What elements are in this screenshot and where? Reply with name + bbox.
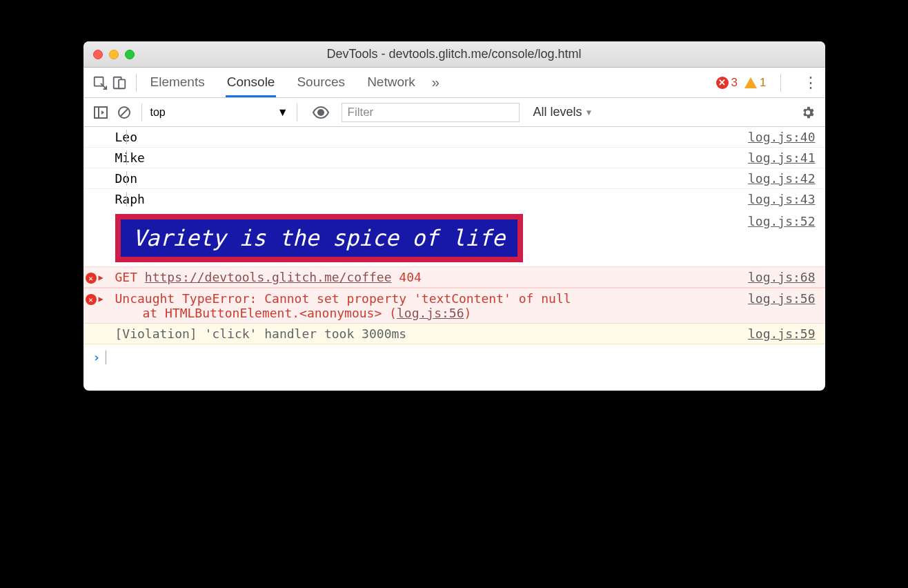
warning-icon [744, 77, 757, 88]
divider [780, 74, 781, 92]
traffic-lights [93, 50, 135, 59]
caret-down-icon: ▼ [277, 106, 288, 119]
context-selector[interactable]: top ▼ [150, 106, 288, 119]
inspect-icon[interactable] [90, 73, 110, 92]
live-expression-icon[interactable] [313, 106, 329, 119]
error-url[interactable]: https://devtools.glitch.me/coffee [145, 270, 392, 284]
styled-log-text: Variety is the spice of life [115, 214, 523, 262]
levels-label: All levels [533, 105, 582, 119]
console-output: Leo log.js:40 Mike log.js:41 Don log.js:… [83, 127, 825, 391]
divider [136, 74, 137, 92]
console-prompt[interactable]: › [83, 344, 825, 370]
stack-link[interactable]: log.js:56 [397, 306, 464, 320]
error-icon: ✕ [716, 77, 729, 89]
source-link[interactable]: log.js:43 [748, 192, 816, 206]
divider [297, 104, 297, 121]
log-group-item[interactable]: Mike log.js:41 [83, 148, 825, 168]
tab-list: Elements Console Sources Network [149, 68, 417, 97]
log-text: Leo [112, 130, 748, 144]
tab-network[interactable]: Network [366, 68, 417, 97]
caret-down-icon: ▼ [585, 108, 593, 117]
clear-console-icon[interactable] [115, 104, 133, 121]
console-toolbar: top ▼ All levels ▼ [83, 98, 825, 127]
expand-icon[interactable]: ▶ [99, 270, 112, 282]
panel-tabs: Elements Console Sources Network » ✕ 3 1… [83, 68, 825, 98]
log-text: Don [112, 171, 748, 186]
expand-icon[interactable]: ▶ [99, 291, 112, 304]
svg-rect-3 [95, 107, 107, 118]
source-link[interactable]: log.js:59 [748, 326, 816, 341]
error-count: 3 [731, 76, 738, 90]
tab-sources[interactable]: Sources [295, 68, 346, 97]
sidebar-toggle-icon[interactable] [92, 104, 110, 121]
close-icon[interactable] [93, 50, 103, 59]
filter-input[interactable] [342, 103, 520, 122]
titlebar: DevTools - devtools.glitch.me/console/lo… [83, 41, 825, 68]
console-input[interactable] [106, 351, 108, 364]
styled-log[interactable]: Variety is the spice of life log.js:52 [83, 210, 825, 266]
settings-gear-icon[interactable] [799, 104, 817, 121]
source-link[interactable]: log.js:56 [748, 291, 816, 306]
svg-point-7 [318, 110, 324, 115]
kebab-menu-icon[interactable]: ⋮ [803, 74, 818, 92]
log-group-item[interactable]: Don log.js:42 [83, 168, 825, 189]
tab-console[interactable]: Console [226, 68, 277, 97]
log-group-item[interactable]: Leo log.js:40 [83, 127, 825, 148]
source-link[interactable]: log.js:41 [748, 150, 816, 165]
exception-log[interactable]: ✕ ▶ Uncaught TypeError: Cannot set prope… [83, 288, 825, 324]
violation-text: [Violation] 'click' handler took 3000ms [112, 326, 748, 341]
source-link[interactable]: log.js:40 [748, 130, 816, 144]
source-link[interactable]: log.js:52 [748, 214, 816, 228]
divider [141, 104, 142, 121]
exception-message: Uncaught TypeError: Cannot set property … [112, 291, 748, 320]
error-icon: ✕ [86, 273, 97, 284]
more-tabs-icon[interactable]: » [432, 75, 440, 90]
prompt-caret-icon: › [93, 350, 101, 364]
log-text: Raph [112, 192, 748, 206]
log-levels-selector[interactable]: All levels ▼ [533, 105, 593, 119]
error-message: GET https://devtools.glitch.me/coffee 40… [112, 270, 748, 284]
maximize-icon[interactable] [125, 50, 135, 59]
warning-count-badge[interactable]: 1 [744, 76, 766, 90]
device-toggle-icon[interactable] [110, 73, 129, 92]
minimize-icon[interactable] [109, 50, 119, 59]
window-title: DevTools - devtools.glitch.me/console/lo… [83, 47, 825, 61]
svg-rect-2 [119, 79, 125, 88]
source-link[interactable]: log.js:42 [748, 171, 816, 186]
network-error-log[interactable]: ✕ ▶ GET https://devtools.glitch.me/coffe… [83, 266, 825, 288]
log-group-item[interactable]: Raph log.js:43 [83, 189, 825, 210]
tab-elements[interactable]: Elements [149, 68, 206, 97]
context-value: top [150, 106, 166, 119]
source-link[interactable]: log.js:68 [748, 270, 816, 284]
error-icon: ✕ [86, 294, 97, 305]
warning-count: 1 [760, 76, 766, 90]
svg-line-6 [121, 109, 128, 116]
log-text: Mike [112, 150, 748, 165]
devtools-window: DevTools - devtools.glitch.me/console/lo… [83, 41, 825, 391]
error-count-badge[interactable]: ✕ 3 [716, 76, 738, 90]
violation-log[interactable]: [Violation] 'click' handler took 3000ms … [83, 324, 825, 344]
